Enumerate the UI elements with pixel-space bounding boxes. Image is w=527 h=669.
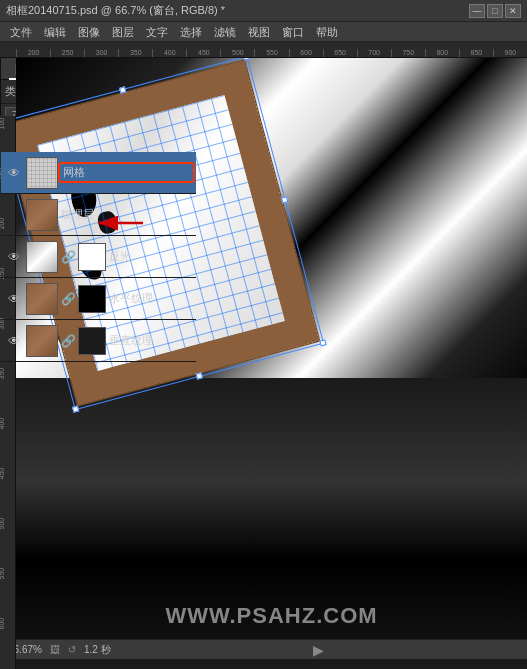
thumb-texture <box>27 200 57 230</box>
menu-edit[interactable]: 编辑 <box>38 22 72 42</box>
layer-mask-hpwenli <box>78 285 106 313</box>
layer-visibility-hpwenli[interactable]: 👁 <box>5 290 23 308</box>
thumb-reflect <box>27 242 57 272</box>
layer-name-hpwenli: 水平纹理 <box>109 291 192 306</box>
layer-item-czwenli[interactable]: 👁 🔗 垂直纹理 <box>1 320 196 362</box>
close-button[interactable]: ✕ <box>505 4 521 18</box>
ruler-tick: 550 <box>254 49 288 57</box>
ruler-horizontal: 200 250 300 350 400 450 500 550 600 650 … <box>0 42 527 58</box>
layer-visibility-wangge[interactable]: 👁 <box>5 164 23 182</box>
title-bar-buttons: — □ ✕ <box>469 4 521 18</box>
layer-item-wangge[interactable]: 👁 网格 <box>1 152 196 194</box>
ruler-tick: 600 <box>289 49 323 57</box>
layer-mask-fanguang <box>78 243 106 271</box>
red-arrow-annotation <box>88 206 148 244</box>
layer-chain-hpwenli: 🔗 <box>61 292 75 306</box>
status-icon-1[interactable]: 🖼 <box>50 644 60 655</box>
menu-window[interactable]: 窗口 <box>276 22 310 42</box>
ruler-tick: 250 <box>50 49 84 57</box>
layer-thumb-wenliceng <box>26 199 58 231</box>
menu-image[interactable]: 图像 <box>72 22 106 42</box>
ruler-tick: 350 <box>118 49 152 57</box>
menu-file[interactable]: 文件 <box>4 22 38 42</box>
thumb-grid-pattern <box>27 158 57 188</box>
minimize-button[interactable]: — <box>469 4 485 18</box>
maximize-button[interactable]: □ <box>487 4 503 18</box>
layer-thumb-czwenli <box>26 325 58 357</box>
status-time: 1.2 秒 <box>84 643 111 657</box>
ruler-tick: 500 <box>220 49 254 57</box>
ruler-tick: 700 <box>357 49 391 57</box>
layer-thumb-fanguang <box>26 241 58 273</box>
layer-name-wangge: 网格 <box>61 165 192 180</box>
ruler-tick: 650 <box>323 49 357 57</box>
ruler-tick: 450 <box>186 49 220 57</box>
layer-chain-czwenli: 🔗 <box>61 334 75 348</box>
ruler-tick: 400 <box>152 49 186 57</box>
ruler-tick: 900 <box>493 49 527 57</box>
layer-name-fanguang: 反光 <box>109 249 192 264</box>
ruler-tick: 300 <box>84 49 118 57</box>
menu-help[interactable]: 帮助 <box>310 22 344 42</box>
mask-dark-cz <box>79 328 105 354</box>
status-icon-2[interactable]: ↺ <box>68 644 76 655</box>
main-area: 100 150 200 250 300 350 400 450 500 550 … <box>0 58 527 639</box>
menu-text[interactable]: 文字 <box>140 22 174 42</box>
title-bar-text: 相框20140715.psd @ 66.7% (窗台, RGB/8) * <box>6 3 225 18</box>
menu-bar: 文件 编辑 图像 图层 文字 选择 滤镜 视图 窗口 帮助 <box>0 22 527 42</box>
layer-visibility-fanguang[interactable]: 👁 <box>5 248 23 266</box>
layer-thumb-wangge <box>26 157 58 189</box>
layer-mask-czwenli <box>78 327 106 355</box>
thumb-hp-texture <box>27 284 57 314</box>
timeline-area: ▶ <box>119 642 519 658</box>
watermark-text: WWW.PSAHZ.COM <box>16 603 527 629</box>
layer-visibility-czwenli[interactable]: 👁 <box>5 332 23 350</box>
ruler-tick: 750 <box>391 49 425 57</box>
status-bar: 66.67% 🖼 ↺ 1.2 秒 ▶ <box>0 639 527 659</box>
ruler-tick: 800 <box>425 49 459 57</box>
play-icon[interactable]: ▶ <box>313 642 324 658</box>
menu-layer[interactable]: 图层 <box>106 22 140 42</box>
mask-white <box>79 244 105 270</box>
layer-item-hpwenli[interactable]: 👁 🔗 水平纹理 <box>1 278 196 320</box>
thumb-cz-texture <box>27 326 57 356</box>
layer-chain-fanguang: 🔗 <box>61 250 75 264</box>
menu-filter[interactable]: 滤镜 <box>208 22 242 42</box>
menu-view[interactable]: 视图 <box>242 22 276 42</box>
mask-black-hp <box>79 286 105 312</box>
menu-select[interactable]: 选择 <box>174 22 208 42</box>
photo-lower <box>16 378 527 639</box>
ruler-tick: 200 <box>16 49 50 57</box>
ruler-tick: 850 <box>459 49 493 57</box>
layer-thumb-hpwenli <box>26 283 58 315</box>
layer-name-czwenli: 垂直纹理 <box>109 333 192 348</box>
title-bar: 相框20140715.psd @ 66.7% (窗台, RGB/8) * — □… <box>0 0 527 22</box>
